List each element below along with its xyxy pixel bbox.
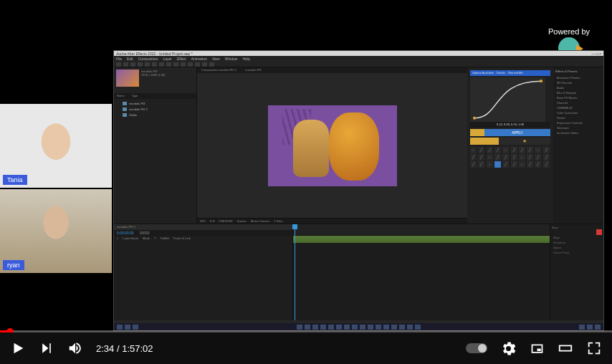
preset-icon[interactable]: ╱ [519,147,525,153]
apply-button[interactable]: APPLY [484,129,550,136]
preset-icon[interactable]: ⌐ [470,147,477,153]
window-controls[interactable]: — □ × [591,52,601,55]
rotate-tool-icon[interactable] [138,62,143,67]
effects-category[interactable]: Generate [555,125,601,130]
timeline-tab[interactable]: mandala FIX 2 [114,224,292,230]
taskbar-app-icon[interactable] [312,325,318,330]
easing-curve-graph[interactable] [470,77,545,122]
preset-icon[interactable]: ╱ [478,161,484,168]
preset-icon[interactable]: ╱ [543,154,550,161]
menu-layer[interactable]: Layer [163,57,172,61]
autoplay-toggle[interactable] [466,343,487,353]
tray-icon[interactable] [595,325,601,330]
menu-effect[interactable]: Effect [177,57,186,61]
preset-icon[interactable]: ╱ [478,147,484,153]
taskbar-app-icon[interactable] [399,325,405,330]
preset-icon[interactable]: ╱ [478,154,484,161]
preset-icon[interactable]: ╱ [502,161,509,168]
taskbar-app-icon[interactable] [376,325,381,330]
preset-icon[interactable]: ╱ [494,147,501,153]
start-icon[interactable] [117,325,123,330]
view-count[interactable]: 1 View [274,219,282,223]
preset-icon[interactable]: ╱ [470,161,477,168]
tray-icon[interactable] [579,325,585,330]
taskbar-app-icon[interactable] [320,325,326,330]
clone-tool-icon[interactable] [188,62,193,67]
preset-icon[interactable]: ╱ [527,154,533,161]
preset-icon[interactable]: ⌐ [502,147,509,153]
roto-tool-icon[interactable] [202,62,207,67]
playhead[interactable] [295,224,295,320]
curve-values[interactable]: 0.42, 0.00, 0.16, 1.00 [470,122,550,128]
effects-category[interactable]: Immersive Video [555,130,601,135]
taskbar-app-icon[interactable] [328,325,334,330]
preset-icon[interactable]: ╱ [535,154,541,161]
selection-tool-icon[interactable] [116,62,121,67]
preset-icon[interactable]: ╱ [535,161,541,168]
project-item[interactable]: Solids [115,112,195,118]
preset-icon[interactable]: ╱ [511,147,517,153]
menu-composition[interactable]: Composition [138,57,158,61]
timeline-ruler[interactable] [293,224,550,236]
comp-tab[interactable]: mandala FIX [245,68,262,72]
menu-window[interactable]: Window [225,57,238,61]
menu-file[interactable]: File [116,57,122,61]
eraser-tool-icon[interactable] [195,62,200,67]
effects-category[interactable]: Audio [555,85,601,90]
zoom-tool-icon[interactable] [130,62,135,67]
favorite-yellow-button[interactable] [470,138,499,145]
resolution-toggle[interactable]: Full [210,219,214,223]
taskbar-app-icon[interactable] [336,325,342,330]
camera-tool-icon[interactable] [145,62,150,67]
theater-button[interactable] [558,340,573,356]
taskbar-app-icon[interactable] [391,325,397,330]
preset-icon[interactable]: ⌐ [519,161,525,168]
menu-view[interactable]: View [212,57,220,61]
preset-icon[interactable]: ╱ [511,154,517,161]
text-tool-icon[interactable] [173,62,178,67]
hand-tool-icon[interactable] [123,62,128,67]
taskbar-app-icon[interactable] [360,325,365,330]
taskbar-app-icon[interactable] [415,325,421,330]
preset-icon[interactable]: ╱ [494,154,501,161]
project-item[interactable]: mandala FIX 2 [115,106,195,112]
play-button[interactable] [10,340,26,356]
tray-icon[interactable] [587,325,593,330]
project-item[interactable]: mandala FIX [115,100,195,106]
effects-category[interactable]: Boris FX Mocha [555,95,601,100]
preset-icon[interactable]: ╱ [470,154,477,161]
taskbar-app-icon[interactable] [297,325,302,330]
quality-toggle[interactable]: Quarter [236,219,247,223]
preset-icon[interactable]: ⌐ [519,154,525,161]
preset-icon[interactable]: ╱ [494,161,501,168]
miniplayer-button[interactable] [529,340,545,356]
timeline-timecode[interactable]: 0:00:00:00 00000 [114,230,292,236]
preset-icon[interactable]: ╱ [543,161,550,168]
preset-icon[interactable]: ╱ [487,147,493,153]
composition-viewer[interactable] [197,73,467,218]
menu-edit[interactable]: Edit [127,57,133,61]
camera-view[interactable]: Active Camera [251,219,269,223]
search-icon[interactable] [125,325,130,330]
effects-category[interactable]: Distort [555,115,601,120]
preset-icon[interactable]: ╱ [511,161,517,168]
puppet-tool-icon[interactable] [209,62,214,67]
pan-behind-tool-icon[interactable] [152,62,157,67]
preset-icon[interactable]: ⌐ [487,154,493,161]
taskview-icon[interactable] [133,325,138,330]
taskbar-app-icon[interactable] [407,325,413,330]
effects-category[interactable]: 3D Channel [555,80,601,85]
effects-category[interactable]: Channel [555,100,601,105]
effects-category[interactable]: CINEMA 4D [555,105,601,110]
effects-category[interactable]: Color Correction [555,110,601,115]
taskbar-app-icon[interactable] [368,325,373,330]
preset-icon[interactable]: ⌐ [535,147,541,153]
volume-button[interactable] [67,340,83,356]
col-name[interactable]: Name [117,94,125,98]
next-button[interactable] [39,340,54,356]
taskbar-app-icon[interactable] [344,325,350,330]
preset-icon[interactable]: ⌐ [487,161,493,168]
favorite-star-button[interactable]: ★ [499,138,550,145]
preset-icon[interactable]: ╱ [543,147,550,153]
menu-animation[interactable]: Animation [191,57,207,61]
